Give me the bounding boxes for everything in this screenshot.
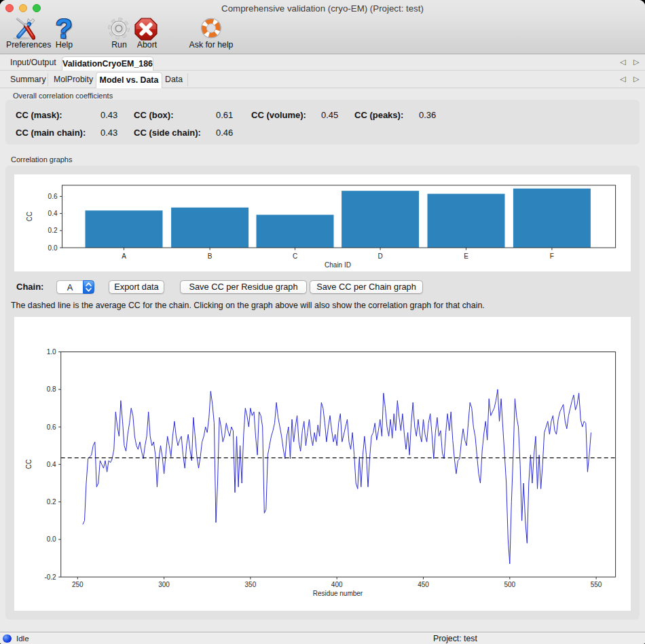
- svg-text:0.0: 0.0: [48, 244, 58, 252]
- svg-text:C: C: [293, 252, 297, 260]
- svg-text:300: 300: [158, 581, 170, 588]
- svg-text:350: 350: [245, 581, 257, 588]
- svg-text:Chain ID: Chain ID: [325, 261, 351, 269]
- svg-text:-0.2: -0.2: [44, 573, 56, 581]
- svg-text:0.6: 0.6: [48, 193, 58, 200]
- svg-text:0.4: 0.4: [48, 210, 58, 217]
- svg-text:250: 250: [72, 581, 84, 588]
- svg-text:1.0: 1.0: [47, 348, 56, 356]
- svg-text:500: 500: [504, 581, 515, 588]
- svg-text:D: D: [377, 252, 382, 260]
- svg-text:0.2: 0.2: [48, 227, 58, 234]
- svg-text:B: B: [208, 252, 213, 260]
- svg-text:Residue number: Residue number: [313, 590, 363, 597]
- svg-text:0.2: 0.2: [47, 498, 56, 506]
- svg-text:450: 450: [418, 581, 429, 588]
- svg-text:0.8: 0.8: [47, 385, 56, 393]
- svg-text:550: 550: [591, 581, 602, 588]
- svg-text:0.4: 0.4: [47, 461, 56, 468]
- svg-text:A: A: [122, 252, 126, 260]
- svg-text:CC: CC: [25, 459, 33, 469]
- svg-text:0.0: 0.0: [47, 535, 56, 543]
- svg-text:400: 400: [331, 581, 343, 588]
- svg-text:0.6: 0.6: [47, 423, 56, 431]
- svg-text:F: F: [550, 252, 554, 260]
- svg-text:CC: CC: [26, 212, 33, 221]
- svg-text:E: E: [464, 252, 468, 260]
